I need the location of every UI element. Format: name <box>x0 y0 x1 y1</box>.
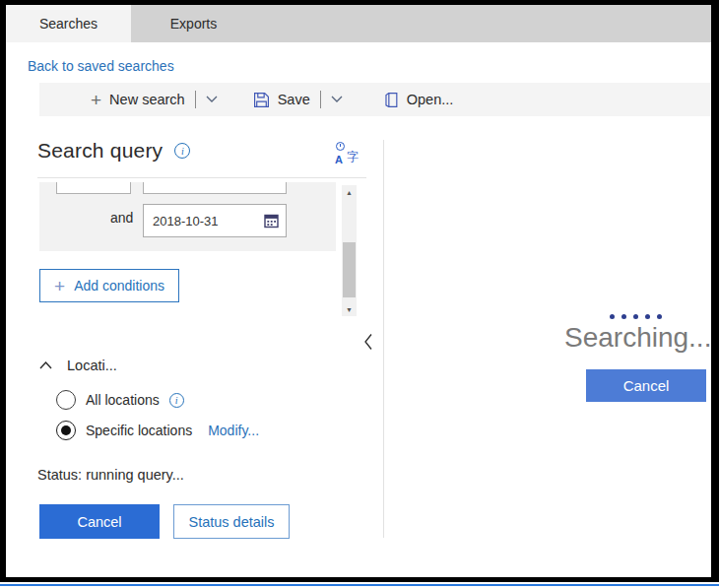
tab-searches[interactable]: Searches <box>6 5 131 42</box>
scrollbar[interactable]: ▲ ▼ <box>342 185 357 316</box>
plus-icon: + <box>91 91 101 109</box>
loading-dot <box>621 314 626 319</box>
screen: Searches Exports Back to saved searches … <box>0 0 719 588</box>
specific-locations-option: Specific locations Modify... <box>56 421 259 440</box>
new-search-chevron-down-icon[interactable] <box>206 96 218 103</box>
locations-title: Locati... <box>67 358 117 373</box>
condition-field-partial[interactable] <box>56 182 131 194</box>
tab-exports[interactable]: Exports <box>131 5 256 42</box>
tab-bar: Searches Exports <box>6 5 711 42</box>
all-locations-option: All locations i <box>56 390 184 410</box>
save-label: Save <box>278 92 310 107</box>
tab-searches-label: Searches <box>39 16 98 32</box>
add-conditions-button[interactable]: + Add conditions <box>39 269 179 302</box>
plus-icon: + <box>54 277 65 295</box>
calendar-icon[interactable] <box>264 214 280 229</box>
condition-field-partial[interactable] <box>143 182 287 194</box>
specific-locations-label: Specific locations <box>86 423 192 438</box>
status-details-button[interactable]: Status details <box>173 504 290 539</box>
search-query-header: Search query i <box>37 139 190 163</box>
clock-icon <box>336 142 345 151</box>
condition-date-field[interactable] <box>143 204 287 237</box>
searching-cancel-button[interactable]: Cancel <box>586 369 706 402</box>
info-icon[interactable]: i <box>169 393 184 408</box>
and-label: and <box>110 210 133 226</box>
tab-exports-label: Exports <box>170 16 217 32</box>
heading-divider <box>37 177 366 178</box>
add-conditions-label: Add conditions <box>74 278 164 294</box>
toolbar-separator <box>320 91 321 108</box>
loading-dot <box>645 314 650 319</box>
query-language-translate-icon[interactable]: A 字 <box>335 142 359 165</box>
save-chevron-down-icon[interactable] <box>331 96 343 103</box>
searching-text: Searching... <box>564 322 711 354</box>
new-search-button[interactable]: + New search <box>91 91 185 109</box>
chevron-up-icon <box>39 361 52 369</box>
loading-dots <box>610 314 662 319</box>
scroll-up-arrow-icon[interactable]: ▲ <box>342 185 357 199</box>
open-label: Open... <box>407 92 454 107</box>
bottom-accent-line <box>0 584 719 586</box>
info-icon[interactable]: i <box>174 143 190 159</box>
conditions-panel: and <box>39 182 336 251</box>
command-bar: + New search Save <box>39 83 711 116</box>
open-button[interactable]: Open... <box>384 92 454 108</box>
open-icon <box>384 92 399 108</box>
panel-divider <box>383 140 384 538</box>
modify-link[interactable]: Modify... <box>208 423 259 438</box>
collapse-panel-chevron-left-icon[interactable] <box>363 333 373 351</box>
status-text: Status: running query... <box>37 467 184 483</box>
all-locations-radio[interactable] <box>56 390 76 410</box>
all-locations-label: All locations <box>86 392 160 408</box>
page-title: Search query <box>37 139 163 163</box>
cancel-button[interactable]: Cancel <box>39 504 160 539</box>
loading-dot <box>657 314 662 319</box>
loading-dot <box>610 314 615 319</box>
scrollbar-thumb[interactable] <box>343 242 356 297</box>
toolbar-separator <box>195 91 196 108</box>
save-button[interactable]: Save <box>253 92 310 108</box>
back-to-saved-searches-link[interactable]: Back to saved searches <box>28 58 174 74</box>
new-search-label: New search <box>109 92 185 107</box>
loading-dot <box>633 314 638 319</box>
scroll-down-arrow-icon[interactable]: ▼ <box>342 302 357 316</box>
save-icon <box>253 92 270 108</box>
locations-section-header[interactable]: Locati... <box>39 358 117 373</box>
app-window: Searches Exports Back to saved searches … <box>0 0 719 582</box>
specific-locations-radio[interactable] <box>56 421 76 440</box>
date-input[interactable] <box>153 214 264 229</box>
